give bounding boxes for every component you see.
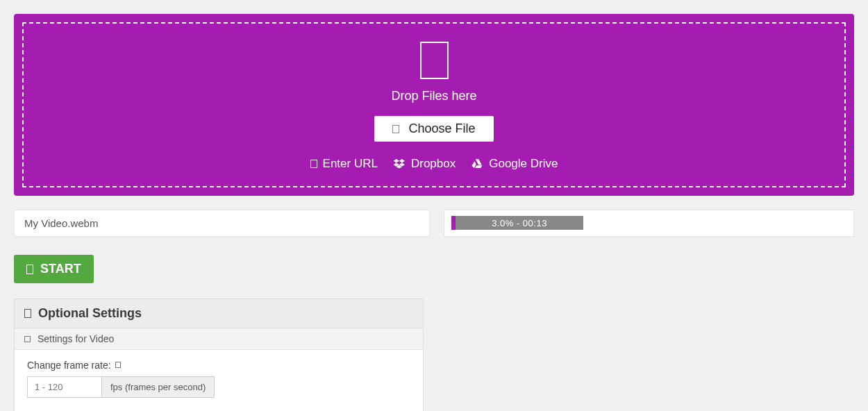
dropbox-button[interactable]: Dropbox	[393, 157, 456, 171]
start-label: START	[40, 262, 81, 276]
google-drive-icon	[471, 158, 483, 170]
optional-settings-panel: Optional Settings Settings for Video Cha…	[14, 299, 424, 411]
collapse-icon	[24, 336, 31, 342]
play-icon	[26, 265, 33, 274]
choose-file-label: Choose File	[408, 121, 475, 135]
enter-url-label: Enter URL	[323, 157, 378, 171]
google-drive-button[interactable]: Google Drive	[471, 157, 558, 171]
frame-rate-label-text: Change frame rate:	[27, 360, 111, 371]
settings-icon	[24, 309, 31, 318]
source-options: Enter URL Dropbox Google Drive	[31, 157, 837, 171]
start-button[interactable]: START	[14, 255, 94, 283]
google-drive-label: Google Drive	[489, 157, 558, 171]
frame-rate-label: Change frame rate:	[27, 360, 410, 371]
video-settings-body: Change frame rate: fps (frames per secon…	[15, 350, 423, 411]
upload-progress-panel: 3.0% - 00:13	[444, 210, 854, 237]
enter-url-button[interactable]: Enter URL	[310, 157, 378, 171]
link-icon	[310, 160, 317, 168]
frame-rate-suffix: fps (frames per second)	[102, 376, 215, 398]
optional-settings-title: Optional Settings	[38, 306, 142, 321]
progress-text: 3.0% - 00:13	[492, 218, 547, 228]
file-name-display: My Video.webm	[14, 210, 430, 237]
file-row: My Video.webm 3.0% - 00:13	[14, 210, 854, 237]
drop-files-label: Drop Files here	[31, 89, 837, 103]
frame-rate-input[interactable]	[27, 376, 102, 398]
optional-settings-header[interactable]: Optional Settings	[15, 299, 423, 328]
video-settings-title: Settings for Video	[37, 333, 114, 344]
dropzone-inner: Drop Files here Choose File Enter URL Dr…	[22, 22, 846, 187]
dropbox-icon	[393, 158, 406, 170]
dropbox-label: Dropbox	[411, 157, 456, 171]
progress-bar: 3.0% - 00:13	[451, 216, 583, 230]
file-dropzone[interactable]: Drop Files here Choose File Enter URL Dr…	[14, 14, 854, 196]
file-icon	[392, 125, 399, 133]
help-icon[interactable]	[115, 362, 121, 368]
document-icon	[420, 42, 449, 79]
video-settings-header[interactable]: Settings for Video	[15, 328, 423, 350]
choose-file-button[interactable]: Choose File	[374, 116, 493, 142]
